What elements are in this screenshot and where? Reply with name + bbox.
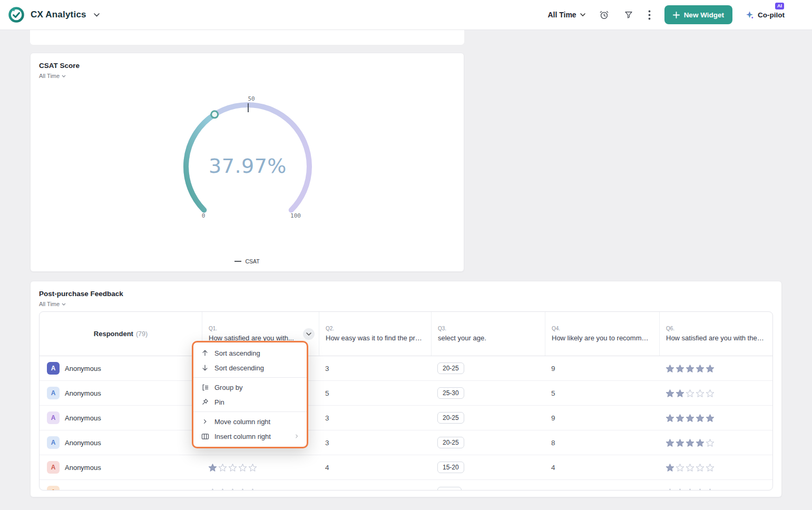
gauge-max-label: 100 — [290, 212, 301, 219]
q4-score-cell: 9 — [545, 414, 659, 422]
menu-item-sort-descending[interactable]: Sort descending — [193, 360, 307, 375]
column-header-q2[interactable]: Q2. How easy was it to find the pr… — [319, 312, 431, 356]
kebab-menu-button[interactable] — [647, 9, 652, 21]
menu-item-move-column-right[interactable]: Move column right — [193, 414, 307, 429]
star-filled-icon — [676, 364, 684, 373]
widget-time-filter[interactable]: All Time — [31, 298, 74, 307]
star-filled-icon — [208, 463, 217, 472]
age-pill: 15-20 — [437, 462, 464, 473]
table-row: A Anonymous 5 7 — [40, 480, 772, 491]
q3-age-cell: 15-20 — [431, 462, 545, 473]
q3-age-cell — [431, 487, 545, 491]
star-empty-icon — [676, 488, 684, 491]
chevron-down-icon — [580, 13, 585, 16]
table-row: A Anonymous 4 15-20 4 — [40, 455, 772, 480]
table-body: A Anonymous 3 20-25 9 A Anonymous 5 25-3… — [40, 356, 772, 491]
star-filled-icon — [666, 389, 674, 398]
star-filled-icon — [676, 414, 684, 423]
global-time-filter[interactable]: All Time — [547, 11, 585, 19]
star-filled-icon — [666, 414, 674, 423]
menu-item-group-by[interactable]: Group by — [193, 380, 307, 395]
star-empty-icon — [696, 389, 705, 398]
q6-rating-cell — [659, 438, 772, 447]
column-header-respondent[interactable]: Respondent (79) — [40, 312, 202, 356]
respondent-cell: A Anonymous — [40, 411, 202, 424]
group-by-icon — [201, 384, 209, 391]
copilot-button[interactable]: Co-pilot — [745, 11, 785, 19]
table-row: A Anonymous 3 20-25 9 — [40, 406, 772, 430]
legend-label: CSAT — [245, 258, 259, 264]
respondent-cell: A Anonymous — [40, 486, 202, 491]
age-pill: 20-25 — [437, 412, 464, 424]
widget-time-filter-label: All Time — [39, 73, 60, 79]
star-empty-icon — [248, 488, 257, 491]
widget-time-filter[interactable]: All Time — [31, 70, 74, 79]
respondent-cell: A Anonymous — [40, 436, 202, 449]
table-header: Respondent (79) Q1. How satisfied are yo… — [40, 312, 772, 356]
star-empty-icon — [238, 463, 247, 472]
menu-item-sort-ascending[interactable]: Sort ascending — [193, 346, 307, 360]
star-filled-icon — [686, 414, 694, 423]
q6-rating-cell — [659, 389, 772, 398]
respondent-count: (79) — [136, 330, 148, 338]
widget-title: CSAT Score — [31, 53, 464, 70]
avatar: A — [47, 436, 60, 449]
partial-widget — [30, 30, 464, 45]
column-header-q3[interactable]: Q3. select your age. — [431, 312, 545, 356]
avatar: A — [47, 387, 60, 399]
star-filled-icon — [696, 438, 705, 447]
widget-time-filter-label: All Time — [39, 301, 60, 307]
star-empty-icon — [666, 488, 674, 491]
age-pill: 20-25 — [437, 362, 464, 374]
chevron-right-icon — [201, 418, 209, 425]
q3-age-cell: 20-25 — [431, 412, 545, 424]
star-filled-icon — [666, 463, 674, 472]
widget-title: Post-purchase Feedback — [31, 281, 781, 298]
alarm-clock-button[interactable] — [598, 9, 610, 21]
sparkle-icon — [745, 11, 754, 19]
insert-column-icon — [201, 433, 209, 440]
star-filled-icon — [676, 438, 684, 447]
q1-rating-cell — [202, 463, 319, 472]
star-empty-icon — [218, 488, 227, 491]
star-empty-icon — [696, 463, 705, 472]
column-header-q4[interactable]: Q4. How likely are you to recomm… — [545, 312, 659, 356]
respondent-name: Anonymous — [65, 389, 101, 397]
column-menu-button[interactable] — [303, 328, 315, 340]
column-header-q6[interactable]: Q6. How satisfied are you with the… — [659, 312, 772, 356]
q6-rating-cell — [659, 364, 772, 373]
menu-item-label: Group by — [214, 384, 242, 391]
gauge-marker — [211, 111, 218, 118]
menu-item-label: Sort ascending — [214, 349, 260, 357]
csat-score-widget: CSAT Score All Time 50 0 100 37.97% CSAT — [30, 53, 464, 272]
avatar: A — [47, 411, 60, 424]
chevron-down-icon — [62, 303, 66, 306]
q2-score-cell: 4 — [319, 464, 431, 472]
star-filled-icon — [706, 364, 715, 373]
star-filled-icon — [686, 438, 694, 447]
star-filled-icon — [696, 364, 705, 373]
pin-icon — [201, 398, 209, 406]
menu-item-label: Insert column right — [214, 433, 271, 440]
star-filled-icon — [696, 414, 705, 423]
q6-rating-cell — [659, 414, 772, 423]
app-brand[interactable]: CX Analytics — [8, 7, 100, 23]
chevron-down-icon — [94, 13, 100, 17]
star-empty-icon — [228, 488, 237, 491]
new-widget-button[interactable]: New Widget — [664, 5, 732, 24]
legend-marker — [234, 261, 241, 262]
star-empty-icon — [686, 463, 694, 472]
star-empty-icon — [686, 488, 694, 491]
menu-item-insert-column-right[interactable]: Insert column right — [193, 429, 307, 444]
avatar: A — [47, 362, 60, 375]
q1-rating-cell — [202, 488, 319, 491]
star-empty-icon — [248, 463, 257, 472]
menu-item-label: Move column right — [214, 418, 270, 426]
respondent-cell: A Anonymous — [40, 461, 202, 474]
menu-item-pin[interactable]: Pin — [193, 395, 307, 409]
respondent-name: Anonymous — [65, 464, 101, 472]
menu-item-label: Pin — [214, 398, 224, 406]
chevron-down-icon — [306, 332, 311, 336]
filter-button[interactable] — [623, 9, 634, 21]
star-filled-icon — [676, 389, 684, 398]
